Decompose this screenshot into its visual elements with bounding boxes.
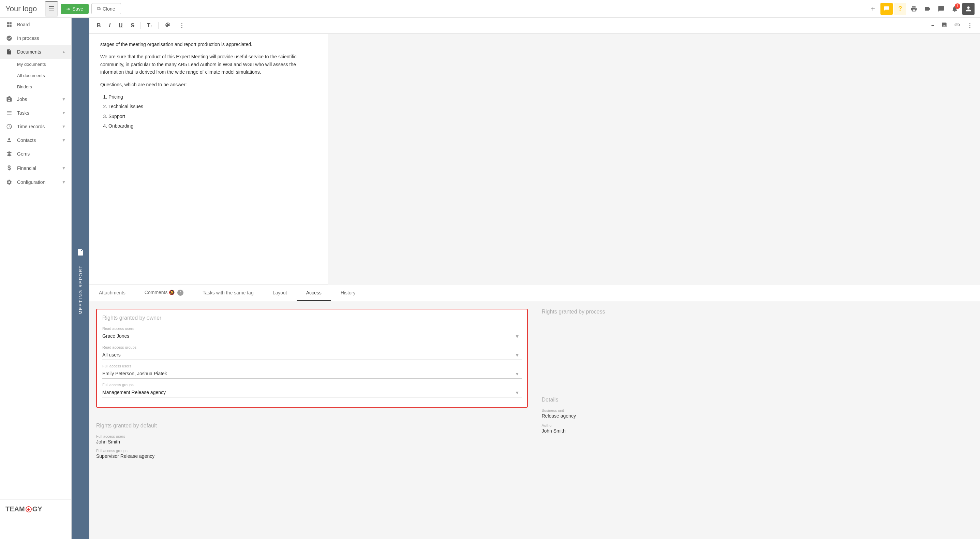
underline-button[interactable]: U <box>117 21 125 30</box>
sidebar-label-mydocuments: My documents <box>17 62 46 67</box>
details-title: Details <box>542 397 974 403</box>
save-button[interactable]: ➜ Save <box>61 4 89 14</box>
user-avatar[interactable] <box>962 3 975 15</box>
tab-tasks-same-tag[interactable]: Tasks with the same tag <box>193 285 263 301</box>
comments-badge: 2 <box>177 290 183 296</box>
tab-layout[interactable]: Layout <box>263 285 297 301</box>
minus-button[interactable]: − <box>929 21 936 30</box>
sidebar: Board In process Documents ▲ My document… <box>0 18 72 539</box>
full-access-users-label: Full access users <box>102 364 522 368</box>
sidebar-item-tasks[interactable]: Tasks ▼ <box>0 106 71 120</box>
strikethrough-button[interactable]: S <box>129 21 137 30</box>
sticky-note-button[interactable] <box>880 3 893 15</box>
doc-main: B I U S T↕ ⋮ − <box>89 18 980 539</box>
toolbar-right: − ⋮ <box>929 21 975 31</box>
doc-paragraph-3: Questions, which are need to be answer: <box>100 81 317 88</box>
sidebar-item-mydocuments[interactable]: My documents <box>0 59 71 70</box>
doc-paragraph-1: stages of the meeting organisation and r… <box>100 41 317 48</box>
read-access-groups-select[interactable]: All users <box>102 350 522 360</box>
sidebar-item-contacts[interactable]: Contacts ▼ <box>0 133 71 147</box>
add-button[interactable]: + <box>867 3 879 15</box>
print-button[interactable] <box>908 3 920 15</box>
sidebar-label-contacts: Contacts <box>17 137 36 143</box>
author-value: John Smith <box>542 428 974 434</box>
sidebar-item-board[interactable]: Board <box>0 18 71 31</box>
access-panel: Rights granted by owner Read access user… <box>89 302 980 539</box>
gems-icon <box>5 151 13 157</box>
default-full-access-users-label: Full access users <box>96 434 528 439</box>
read-access-users-label: Read access users <box>102 327 522 330</box>
color-button[interactable] <box>163 21 173 31</box>
rights-by-owner-title: Rights granted by owner <box>102 315 522 321</box>
question-button[interactable]: ? <box>894 3 906 15</box>
sidebar-item-documents[interactable]: Documents ▲ <box>0 45 71 59</box>
teamogy-logo: TEAM GY <box>5 505 66 513</box>
read-access-users-select[interactable]: Grace Jones <box>102 331 522 341</box>
sidebar-label-tasks: Tasks <box>17 110 29 116</box>
main-layout: Board In process Documents ▲ My document… <box>0 18 980 539</box>
tab-attachments[interactable]: Attachments <box>89 285 135 301</box>
comment-off-icon: 🔕 <box>169 290 175 295</box>
image-button[interactable] <box>939 21 949 31</box>
read-access-groups-group: Read access groups All users ▼ <box>102 345 522 360</box>
sidebar-item-timerecords[interactable]: Time records ▼ <box>0 120 71 133</box>
sidebar-item-inprocess[interactable]: In process <box>0 31 71 45</box>
list-item: Technical issues <box>108 103 317 110</box>
full-access-users-select[interactable]: Emily Peterson, Joshua Piatek <box>102 369 522 379</box>
notification-button[interactable]: 1 <box>949 3 961 15</box>
video-button[interactable] <box>921 3 934 15</box>
read-access-groups-wrapper: All users ▼ <box>102 350 522 360</box>
business-unit-field: Business unit Release agency <box>542 408 974 419</box>
font-size-button[interactable]: T↕ <box>145 21 154 30</box>
tasks-arrow-icon: ▼ <box>62 110 66 115</box>
tasks-icon <box>5 110 13 116</box>
sidebar-label-alldocuments: All documents <box>17 73 45 78</box>
sidebar-label-binders: Binders <box>17 84 32 89</box>
sidebar-label-jobs: Jobs <box>17 97 27 102</box>
hamburger-button[interactable]: ☰ <box>45 2 58 16</box>
full-access-users-group: Full access users Emily Peterson, Joshua… <box>102 364 522 379</box>
sidebar-label-documents: Documents <box>17 49 41 54</box>
toolbar-sep-1 <box>140 22 141 29</box>
full-access-groups-select[interactable]: Management Release agency <box>102 388 522 397</box>
full-access-users-wrapper: Emily Peterson, Joshua Piatek ▼ <box>102 369 522 379</box>
list-item: Support <box>108 113 317 120</box>
link-button[interactable] <box>952 21 962 31</box>
sidebar-item-configuration[interactable]: Configuration ▼ <box>0 175 71 189</box>
sidebar-label-board: Board <box>17 22 30 27</box>
more-options-button[interactable]: ⋮ <box>177 21 186 30</box>
top-header: Your logo ☰ ➜ Save ⧉ Clone + ? 1 <box>0 0 980 18</box>
inprocess-icon <box>5 35 13 41</box>
notification-badge: 1 <box>955 3 960 9</box>
sidebar-item-jobs[interactable]: Jobs ▼ <box>0 92 71 106</box>
sidebar-label-timerecords: Time records <box>17 124 45 129</box>
italic-button[interactable]: I <box>107 21 113 30</box>
author-label: Author <box>542 423 974 427</box>
sidebar-item-gems[interactable]: Gems <box>0 147 71 161</box>
app-logo: Your logo <box>5 5 37 13</box>
header-middle: ☰ ➜ Save ⧉ Clone <box>45 2 867 16</box>
document-wrapper: MEETING REPORT B I U S T↕ ⋮ − <box>72 18 980 539</box>
business-unit-value: Release agency <box>542 413 974 419</box>
rights-by-process-title: Rights granted by process <box>542 309 974 315</box>
tab-access[interactable]: Access <box>297 285 331 301</box>
business-unit-label: Business unit <box>542 408 974 413</box>
list-item: Onboarding <box>108 122 317 130</box>
tab-comments[interactable]: Comments 🔕 2 <box>135 285 193 302</box>
read-access-users-wrapper: Grace Jones ▼ <box>102 331 522 341</box>
sidebar-item-binders[interactable]: Binders <box>0 81 71 92</box>
full-access-groups-label: Full access groups <box>102 383 522 387</box>
jobs-arrow-icon: ▼ <box>62 97 66 102</box>
tab-history[interactable]: History <box>331 285 365 301</box>
bold-button[interactable]: B <box>95 21 103 30</box>
more-options-2-button[interactable]: ⋮ <box>965 21 975 30</box>
clone-button[interactable]: ⧉ Clone <box>91 3 121 14</box>
sidebar-item-alldocuments[interactable]: All documents <box>0 70 71 81</box>
board-icon <box>5 21 13 28</box>
doc-tab-icon[interactable] <box>76 248 84 258</box>
doc-sidebar-tab: MEETING REPORT <box>72 18 89 539</box>
chat-button[interactable] <box>935 3 947 15</box>
read-access-users-group: Read access users Grace Jones ▼ <box>102 327 522 341</box>
read-access-groups-label: Read access groups <box>102 345 522 349</box>
sidebar-item-financial[interactable]: $ Financial ▼ <box>0 161 71 175</box>
